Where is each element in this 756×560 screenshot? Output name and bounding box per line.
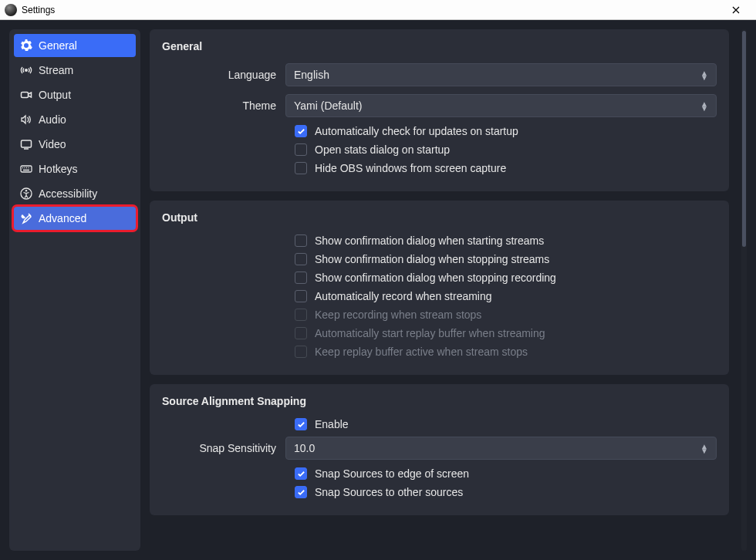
sidebar-item-label: Accessibility xyxy=(39,187,97,200)
updown-icon: ▲▼ xyxy=(700,102,708,110)
sidebar-item-hotkeys[interactable]: Hotkeys xyxy=(14,157,136,180)
sidebar-item-label: General xyxy=(39,39,77,52)
checkbox-label: Snap Sources to edge of screen xyxy=(315,467,469,480)
panel-title: Output xyxy=(162,211,717,224)
accessibility-icon xyxy=(20,187,32,200)
monitor-icon xyxy=(20,138,32,150)
settings-content: General Language English ▲▼ Theme Yami (… xyxy=(150,29,732,551)
scrollbar[interactable] xyxy=(741,29,747,551)
checkbox-row[interactable]: Show confirmation dialog when stopping r… xyxy=(295,272,717,284)
checkbox-icon xyxy=(295,162,307,174)
checkbox-icon xyxy=(295,253,307,265)
checkbox-label: Show confirmation dialog when starting s… xyxy=(315,234,544,247)
checkbox-label: Show confirmation dialog when stopping s… xyxy=(315,253,549,265)
snap-sensitivity-value: 10.0 xyxy=(294,442,315,454)
checkbox-icon xyxy=(295,346,307,358)
checkbox-label: Keep replay buffer active when stream st… xyxy=(315,346,528,358)
checkbox-icon xyxy=(295,327,307,339)
snap-sensitivity-label: Snap Sensitivity xyxy=(162,442,285,454)
panel-output: Output Show confirmation dialog when sta… xyxy=(150,201,729,375)
svg-rect-3 xyxy=(21,166,32,172)
antenna-icon xyxy=(20,64,32,76)
svg-point-5 xyxy=(25,190,27,191)
checkbox-label: Enable xyxy=(315,418,349,430)
checkbox-icon xyxy=(295,234,307,247)
checkbox-icon xyxy=(295,486,307,498)
language-select[interactable]: English ▲▼ xyxy=(285,63,717,86)
checkbox-label: Hide OBS windows from screen capture xyxy=(315,162,506,174)
body-area: General Stream Output Audio Video Hotkey… xyxy=(0,20,756,560)
updown-icon: ▲▼ xyxy=(700,71,708,79)
theme-select[interactable]: Yami (Default) ▲▼ xyxy=(285,94,717,117)
checkbox-row[interactable]: Automatically check for updates on start… xyxy=(295,125,717,137)
close-button[interactable] xyxy=(721,0,751,20)
sidebar-item-output[interactable]: Output xyxy=(14,83,136,106)
checkbox-label: Automatically start replay buffer when s… xyxy=(315,327,545,339)
updown-icon: ▲▼ xyxy=(700,444,708,453)
titlebar: Settings xyxy=(0,0,756,20)
sidebar-item-accessibility[interactable]: Accessibility xyxy=(14,182,136,205)
speaker-icon xyxy=(20,113,32,126)
checkbox-row[interactable]: Hide OBS windows from screen capture xyxy=(295,162,717,174)
checkbox-row: Keep recording when stream stops xyxy=(295,309,717,321)
sidebar-item-stream[interactable]: Stream xyxy=(14,59,136,82)
sidebar-item-label: Hotkeys xyxy=(39,163,78,175)
checkbox-label: Automatically record when streaming xyxy=(315,290,492,302)
sidebar-item-label: Advanced xyxy=(39,212,86,224)
theme-value: Yami (Default) xyxy=(294,100,362,112)
svg-rect-1 xyxy=(22,93,29,98)
checkbox-row[interactable]: Show confirmation dialog when stopping s… xyxy=(295,253,717,265)
sidebar: General Stream Output Audio Video Hotkey… xyxy=(9,29,140,551)
checkbox-row[interactable]: Snap Sources to edge of screen xyxy=(295,467,717,480)
checkbox-icon xyxy=(295,272,307,284)
svg-rect-2 xyxy=(22,140,32,147)
checkbox-row[interactable]: Snap Sources to other sources xyxy=(295,486,717,498)
checkbox-label: Automatically check for updates on start… xyxy=(315,125,518,137)
checkbox-icon xyxy=(295,467,307,480)
checkbox-icon xyxy=(295,418,307,430)
panel-title: General xyxy=(162,40,717,52)
checkbox-row: Keep replay buffer active when stream st… xyxy=(295,346,717,358)
keyboard-icon xyxy=(20,163,32,175)
checkbox-row[interactable]: Automatically record when streaming xyxy=(295,290,717,302)
tools-icon xyxy=(20,212,32,224)
checkbox-label: Snap Sources to other sources xyxy=(315,486,463,498)
snap-sensitivity-input[interactable]: 10.0 ▲▼ xyxy=(285,437,717,460)
sidebar-item-general[interactable]: General xyxy=(14,34,136,57)
checkbox-icon xyxy=(295,309,307,321)
checkbox-icon xyxy=(295,143,307,156)
theme-label: Theme xyxy=(162,100,285,112)
sidebar-item-video[interactable]: Video xyxy=(14,133,136,156)
panel-title: Source Alignment Snapping xyxy=(162,395,717,407)
language-value: English xyxy=(294,69,329,81)
panel-general: General Language English ▲▼ Theme Yami (… xyxy=(150,29,729,191)
app-icon xyxy=(5,4,17,16)
sidebar-item-label: Output xyxy=(39,89,71,101)
scrollbar-thumb[interactable] xyxy=(742,31,746,247)
sidebar-item-label: Stream xyxy=(39,64,73,76)
checkbox-row[interactable]: Show confirmation dialog when starting s… xyxy=(295,234,717,247)
svg-point-0 xyxy=(25,69,27,71)
checkbox-label: Open stats dialog on startup xyxy=(315,143,450,156)
language-label: Language xyxy=(162,69,285,81)
panel-snapping: Source Alignment Snapping Enable Snap Se… xyxy=(150,384,729,515)
sidebar-item-label: Audio xyxy=(39,113,66,126)
gear-icon xyxy=(20,39,32,52)
sidebar-item-label: Video xyxy=(39,138,66,150)
sidebar-item-advanced[interactable]: Advanced xyxy=(14,207,136,230)
checkbox-enable-snapping[interactable]: Enable xyxy=(295,418,717,430)
checkbox-label: Show confirmation dialog when stopping r… xyxy=(315,272,556,284)
checkbox-row: Automatically start replay buffer when s… xyxy=(295,327,717,339)
camera-icon xyxy=(20,89,32,101)
checkbox-row[interactable]: Open stats dialog on startup xyxy=(295,143,717,156)
sidebar-item-audio[interactable]: Audio xyxy=(14,108,136,131)
checkbox-icon xyxy=(295,290,307,302)
checkbox-label: Keep recording when stream stops xyxy=(315,309,481,321)
checkbox-icon xyxy=(295,125,307,137)
window-title: Settings xyxy=(22,5,721,15)
